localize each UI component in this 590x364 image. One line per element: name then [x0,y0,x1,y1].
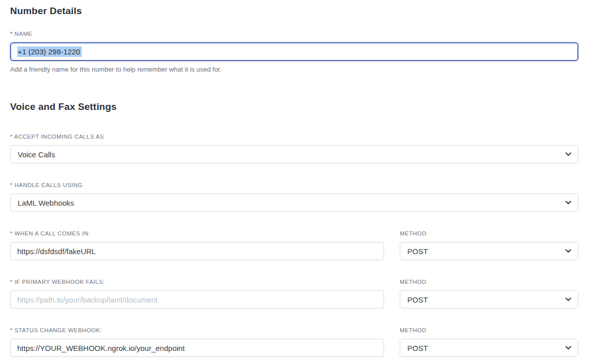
when-call-comes-in-method-select[interactable]: POST [400,242,578,260]
status-change-webhook-label: * STATUS CHANGE WEBHOOK: [10,327,384,334]
status-change-webhook-input[interactable] [10,339,384,357]
method-value: POST [407,247,428,256]
when-call-comes-in-row: * WHEN A CALL COMES IN: METHOD POST [10,212,578,260]
if-primary-webhook-fails-label: * IF PRIMARY WEBHOOK FAILS: [10,278,384,285]
if-primary-webhook-fails-method-select[interactable]: POST [400,290,578,309]
method-value: POST [407,344,428,352]
if-primary-webhook-fails-input[interactable] [10,290,384,309]
handle-calls-using-select[interactable]: LaML Webhooks [10,194,578,212]
accept-incoming-calls-value: Voice Calls [18,150,55,159]
method-label: METHOD [400,327,578,334]
when-call-comes-in-label: * WHEN A CALL COMES IN: [10,230,384,237]
chevron-down-icon [565,297,571,301]
name-input-selected-text: +1 (203) 298-1220 [17,46,82,57]
chevron-down-icon [565,152,571,156]
chevron-down-icon [565,249,571,253]
method-label: METHOD [400,278,578,285]
accept-incoming-calls-select[interactable]: Voice Calls [10,145,578,163]
name-label: * NAME [10,30,578,37]
chevron-down-icon [565,201,571,205]
handle-calls-using-value: LaML Webhooks [18,199,74,207]
name-input[interactable]: +1 (203) 298-1220 [10,42,578,61]
status-change-webhook-row: * STATUS CHANGE WEBHOOK: METHOD POST [10,309,578,357]
chevron-down-icon [565,346,571,350]
number-settings-page: Number Details * NAME +1 (203) 298-1220 … [0,0,590,357]
status-change-webhook-method-select[interactable]: POST [400,339,578,357]
method-label: METHOD [400,230,578,237]
name-help-text: Add a friendly name for this number to h… [10,66,578,74]
when-call-comes-in-input[interactable] [10,242,384,260]
if-primary-webhook-fails-row: * IF PRIMARY WEBHOOK FAILS: METHOD POST [10,260,578,309]
handle-calls-using-label: * HANDLE CALLS USING [10,181,578,189]
section-title-voice-fax: Voice and Fax Settings [10,100,578,113]
method-value: POST [407,295,428,304]
accept-incoming-calls-label: * ACCEPT INCOMING CALLS AS [10,133,578,140]
page-title: Number Details [10,4,578,18]
